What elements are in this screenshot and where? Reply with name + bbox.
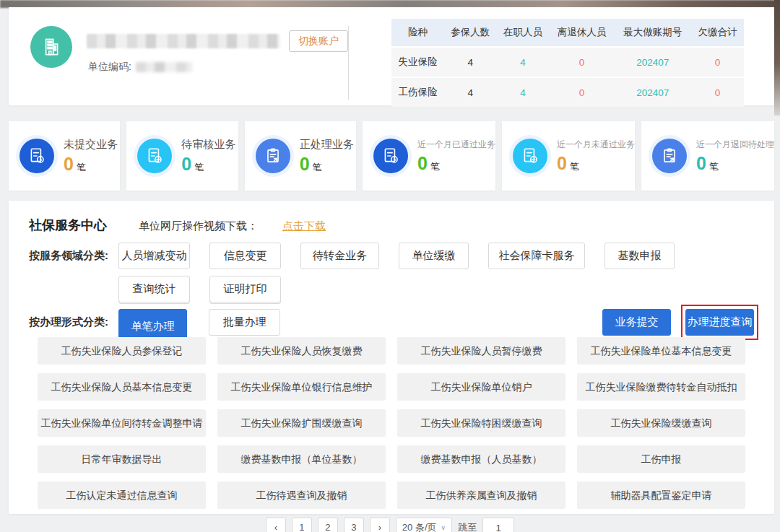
masked-company-name bbox=[87, 34, 280, 48]
video-download-label: 单位网厅操作视频下载： bbox=[139, 219, 258, 233]
biz-button[interactable]: 工伤认定未通过信息查询 bbox=[38, 481, 206, 509]
biz-button[interactable]: 缴费基数申报（人员基数） bbox=[397, 445, 566, 473]
biz-button[interactable]: 辅助器具配置鉴定申请 bbox=[577, 481, 745, 509]
switch-account-button[interactable]: 切换账户 bbox=[289, 30, 348, 52]
cell-max-period: 202407 bbox=[614, 47, 691, 77]
card-failed-last-month[interactable]: 近一个月未通过业务 0 笔 bbox=[502, 121, 635, 191]
mode-button-batch[interactable]: 批量办理 bbox=[209, 309, 280, 336]
stat-cards-row: 未提交业务 0 笔 待审核业务 0 笔 bbox=[9, 121, 774, 191]
cell-retired: 0 bbox=[550, 47, 615, 77]
domain-button-social-security-card[interactable]: 社会保障卡服务 bbox=[488, 243, 585, 269]
jump-to-input[interactable] bbox=[482, 518, 514, 532]
account-summary-panel: 切换账户 单位编码: 险种 参保人数 在职人员 离退休人员 最大做账期号 欠缴合… bbox=[9, 7, 774, 105]
cell-arrears: 0 bbox=[691, 47, 744, 77]
card-pending-review[interactable]: 待审核业务 0 笔 bbox=[126, 121, 238, 191]
business-button-grid: 工伤失业保险人员参保登记 工伤失业保险人员恢复缴费 工伤失业保险人员暂停缴费 工… bbox=[38, 337, 745, 509]
insurance-summary-table: 险种 参保人数 在职人员 离退休人员 最大做账期号 欠缴合计 失业保险 4 4 … bbox=[391, 19, 744, 107]
domain-button-base-declaration[interactable]: 基数申报 bbox=[604, 243, 675, 269]
cell-insured: 4 bbox=[444, 47, 497, 77]
masked-company-code bbox=[136, 62, 192, 72]
document-minus-icon bbox=[137, 139, 172, 173]
chevron-down-icon: ∨ bbox=[441, 518, 446, 532]
page-size-value: 20 条/页 bbox=[402, 518, 437, 532]
pagination-next-button[interactable]: › bbox=[370, 518, 390, 532]
biz-button[interactable]: 缴费基数申报（单位基数） bbox=[217, 445, 386, 473]
cell-retired: 0 bbox=[550, 77, 615, 107]
card-unit: 笔 bbox=[313, 161, 322, 174]
card-value: 0 bbox=[181, 154, 191, 175]
cell-insured: 4 bbox=[444, 77, 497, 107]
document-clock-icon bbox=[20, 139, 54, 173]
table-header-row: 险种 参保人数 在职人员 离退休人员 最大做账期号 欠缴合计 bbox=[391, 19, 744, 47]
domain-button-certificate-print[interactable]: 证明打印 bbox=[209, 276, 281, 302]
col-active-staff: 在职人员 bbox=[497, 19, 550, 47]
page: 切换账户 单位编码: 险种 参保人数 在职人员 离退休人员 最大做账期号 欠缴合… bbox=[0, 0, 780, 532]
biz-button[interactable]: 工伤失业保险单位销户 bbox=[397, 373, 566, 401]
domain-button-query-statistics[interactable]: 查询统计 bbox=[118, 276, 190, 302]
card-unit: 笔 bbox=[77, 161, 86, 174]
biz-button[interactable]: 工伤失业保险单位间待转金调整申请 bbox=[38, 409, 206, 437]
cell-active: 4 bbox=[497, 47, 550, 77]
biz-button[interactable]: 工伤申报 bbox=[577, 445, 745, 473]
progress-query-button[interactable]: 办理进度查询 bbox=[685, 309, 754, 336]
biz-button[interactable]: 工伤失业保险人员暂停缴费 bbox=[397, 337, 566, 365]
pagination-prev-button[interactable]: ‹ bbox=[266, 518, 286, 532]
card-unit: 笔 bbox=[430, 160, 440, 173]
card-returned-last-month[interactable]: 近一个月退回待处理 0 笔 bbox=[641, 121, 774, 191]
cell-type: 失业保险 bbox=[391, 47, 444, 77]
card-unit: 笔 bbox=[570, 160, 579, 173]
biz-button[interactable]: 工伤失业保险单位基本信息变更 bbox=[577, 337, 745, 365]
biz-button[interactable]: 工伤失业保险人员恢复缴费 bbox=[217, 337, 386, 365]
biz-button[interactable]: 日常年审数据导出 bbox=[38, 445, 206, 473]
card-label: 近一个月已通过业务 bbox=[417, 139, 495, 151]
biz-button[interactable]: 工伤供养亲属查询及撤销 bbox=[397, 481, 566, 509]
pagination: ‹ 1 2 3 › 20 条/页 ∨ 跳至 bbox=[0, 518, 780, 532]
clipboard-arrow-icon bbox=[256, 139, 290, 173]
domain-button-personnel-change[interactable]: 人员增减变动 bbox=[118, 243, 190, 269]
card-processing[interactable]: 正处理业务 0 笔 bbox=[245, 121, 356, 191]
card-label: 近一个月退回待处理 bbox=[696, 139, 774, 151]
card-value: 0 bbox=[300, 154, 310, 175]
header-divider bbox=[348, 26, 349, 100]
cell-type: 工伤保险 bbox=[391, 77, 444, 107]
col-arrears-total: 欠缴合计 bbox=[691, 19, 744, 47]
domain-button-unit-deferral[interactable]: 单位缓缴 bbox=[399, 243, 469, 269]
domain-button-info-change[interactable]: 信息变更 bbox=[209, 243, 281, 269]
biz-button[interactable]: 工伤失业保险缓缴查询 bbox=[577, 409, 745, 437]
clipboard-arrow-icon bbox=[652, 139, 687, 173]
biz-button[interactable]: 工伤失业保险缴费待转金自动抵扣 bbox=[577, 373, 745, 401]
table-row: 工伤保险 4 4 0 202407 0 bbox=[391, 77, 744, 107]
card-unit: 笔 bbox=[194, 161, 204, 174]
pagination-page-2[interactable]: 2 bbox=[318, 518, 338, 532]
download-link[interactable]: 点击下载 bbox=[282, 219, 326, 233]
card-value: 0 bbox=[696, 153, 706, 174]
pagination-page-1[interactable]: 1 bbox=[292, 518, 312, 532]
company-code-label: 单位编码: bbox=[88, 61, 131, 74]
service-center-title: 社保服务中心 bbox=[29, 217, 107, 234]
business-submit-button[interactable]: 业务提交 bbox=[602, 309, 671, 336]
biz-button[interactable]: 工伤失业保险人员基本信息变更 bbox=[38, 373, 206, 401]
cell-active: 4 bbox=[497, 77, 550, 107]
card-passed-last-month[interactable]: 近一个月已通过业务 0 笔 bbox=[363, 121, 495, 191]
biz-button[interactable]: 工伤失业保险单位银行信息维护 bbox=[217, 373, 386, 401]
page-size-select[interactable]: 20 条/页 ∨ bbox=[396, 518, 452, 532]
domain-button-transfer-funds[interactable]: 待转金业务 bbox=[300, 243, 379, 269]
red-annotation-box: 办理进度查询 bbox=[681, 305, 758, 340]
biz-button[interactable]: 工伤失业保险特困缓缴查询 bbox=[397, 409, 566, 437]
card-value: 0 bbox=[417, 153, 428, 174]
card-value: 0 bbox=[64, 154, 74, 175]
col-insurance-type: 险种 bbox=[391, 19, 444, 47]
card-label: 正处理业务 bbox=[300, 138, 354, 152]
background-photo-edge bbox=[774, 0, 780, 115]
card-unsubmitted[interactable]: 未提交业务 0 笔 bbox=[9, 121, 120, 191]
biz-button[interactable]: 工伤待遇查询及撤销 bbox=[217, 481, 386, 509]
document-minus-icon bbox=[513, 139, 547, 173]
service-center-panel: 社保服务中心 单位网厅操作视频下载： 点击下载 按服务领域分类: 人员增减变动 … bbox=[9, 201, 774, 514]
col-retired-staff: 离退休人员 bbox=[550, 19, 615, 47]
biz-button[interactable]: 工伤失业保险扩围缓缴查询 bbox=[217, 409, 386, 437]
domain-category-label: 按服务领域分类: bbox=[29, 243, 118, 312]
pagination-page-3[interactable]: 3 bbox=[344, 518, 364, 532]
table-row: 失业保险 4 4 0 202407 0 bbox=[391, 47, 744, 77]
card-label: 近一个月未通过业务 bbox=[557, 139, 635, 151]
biz-button[interactable]: 工伤失业保险人员参保登记 bbox=[38, 337, 206, 365]
